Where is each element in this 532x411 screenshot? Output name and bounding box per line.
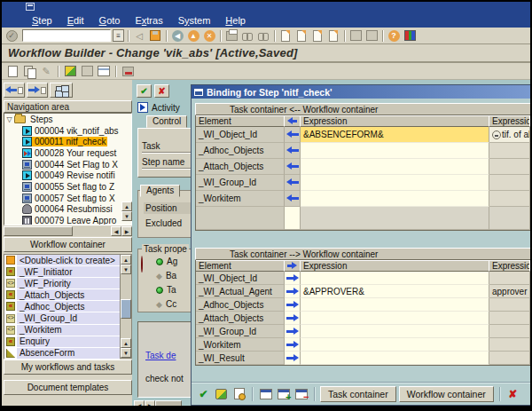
copy-icon[interactable] [22,65,36,78]
binding-row[interactable]: _WI_Group_Id [196,175,530,191]
my-workflows-and-tasks-button[interactable]: My workflows and tasks [4,360,132,375]
print-workflow-icon[interactable] [121,65,135,78]
tree-step-000079[interactable]: 000079 Leave Appro [4,215,131,225]
find-icon[interactable] [240,29,254,43]
binding-row[interactable]: _Workitem [196,191,530,207]
container-element-row[interactable]: <>_WI_Group_Id [4,312,120,324]
find-next-icon[interactable] [256,29,270,43]
task-description-link[interactable]: Task de [145,351,176,360]
editor-horizontal-scrollbar[interactable]: ◀▶ [134,400,182,407]
menu-item-step[interactable]: Step [32,15,52,26]
agents-tab[interactable]: Agents [140,185,180,197]
menu-item-help[interactable]: Help [225,15,246,26]
check-binding-icon[interactable] [214,387,229,401]
container-element-row[interactable]: «_WF_Initiator [4,266,120,278]
previous-page-icon[interactable] [294,29,309,43]
customize-layout-icon[interactable] [403,29,417,43]
step-cancel-icon[interactable]: ✘ [154,84,169,98]
expression-cell[interactable] [301,325,489,338]
step-forward-icon[interactable] [27,83,48,98]
container-list-scrollbar[interactable]: ▲▼ ▲▼ [120,255,131,358]
tree-step-000055[interactable]: 000055 Set flag to Z [4,181,131,193]
tree-step-000064[interactable]: 000064 Resubmissi [4,204,131,216]
scroll-thumb[interactable] [121,299,131,319]
menu-item-extras[interactable]: Extras [135,15,162,26]
create-session-icon[interactable] [348,29,363,43]
expression-cell[interactable]: &ABSENCEFORM& [301,127,489,143]
back-circle-icon[interactable]: ◀ [170,29,184,43]
help-icon[interactable]: ? [387,29,401,43]
new-icon[interactable] [5,65,20,78]
container-element-row[interactable]: «Enquiry [4,336,120,348]
tree-vertical-scrollbar[interactable]: ▲▼ [121,202,132,225]
last-page-icon[interactable] [326,29,340,43]
next-page-icon[interactable] [310,29,325,43]
column-icon[interactable] [80,65,94,78]
tree-step-000004[interactable]: 000004 vik_notif_abs [4,125,131,137]
copy-row-icon[interactable] [258,387,273,401]
container-element-row[interactable]: «_Adhoc_Objects [4,301,120,312]
workflow-overview-icon[interactable] [50,83,73,98]
step-back-icon[interactable] [4,83,25,98]
test-icon[interactable] [63,65,77,78]
menu-item-system[interactable]: System [178,15,211,26]
collapse-caret-icon[interactable]: ▽ [4,115,14,123]
exit-circle-icon[interactable]: ▲ [186,29,200,43]
agents-item-position[interactable]: Position [144,202,191,214]
binding-row[interactable]: _WI_Object_Id [196,272,530,285]
binding-row[interactable]: _Adhoc_Objects [196,143,530,159]
binding-dialog-titlebar[interactable]: Binding for Step 'nitf_check' [192,85,532,99]
workflow-container-header-button[interactable]: Workflow container [4,237,132,252]
expression-cell[interactable] [301,191,489,207]
container-element-row[interactable]: <>_Workitem [4,325,120,336]
tab-control[interactable]: Control [146,115,187,128]
tree-horizontal-scrollbar[interactable]: ◀▶ [4,226,132,236]
container-element-row[interactable]: <>_WF_Priority [4,278,120,289]
binding-row[interactable]: _WI_Actual_Agent&APPROVER&approver [196,285,530,298]
task-container-button[interactable]: Task container [320,386,396,402]
tree-step-000028[interactable]: 000028 Your request [4,147,131,159]
cancel-icon[interactable]: ✘ [505,387,520,401]
display-change-icon[interactable]: ✎ [39,65,53,78]
binding-row[interactable]: _WI_Object_Id&ABSENCEFORM&tif. of abse [196,127,530,143]
container-element-row[interactable]: «_Attach_Objects [4,289,120,301]
expression-cell[interactable] [301,312,489,325]
trace-icon[interactable] [231,387,246,401]
binding-row[interactable]: _WI_Result [196,352,530,365]
binding-row[interactable]: _Attach_Objects [196,159,530,175]
shortcut-icon[interactable] [364,29,379,43]
menu-item-goto[interactable]: Goto [99,15,121,26]
ok-icon[interactable]: ✔ [196,387,211,401]
agents-item-excluded[interactable]: Excluded [145,218,182,228]
expression-cell[interactable] [301,272,489,285]
binding-row[interactable]: _WI_Group_Id [196,325,530,338]
expression-cell[interactable] [301,159,489,175]
expression-cell[interactable] [301,175,489,191]
enter-icon[interactable]: ✓ [4,29,19,43]
tree-node-steps-root[interactable]: ▽Steps [4,114,131,125]
step-confirm-icon[interactable]: ✔ [137,84,152,98]
print-icon[interactable] [224,29,239,43]
cancel-circle-icon[interactable]: ✕ [202,29,216,43]
expression-cell[interactable] [301,298,489,312]
expression-cell[interactable] [301,338,489,352]
command-input[interactable] [22,29,111,42]
binding-row[interactable]: _Attach_Objects [196,312,530,325]
expression-cell[interactable] [301,143,489,159]
delete-row-icon[interactable] [293,387,309,401]
tree-step-000011[interactable]: 000011 nitf_check [4,136,131,147]
insert-row-icon[interactable] [276,387,291,401]
table-view-icon[interactable] [97,65,111,78]
document-templates-button[interactable]: Document templates [4,380,132,395]
workflow-container-button[interactable]: Workflow container [399,386,494,402]
command-history-icon[interactable]: ≡ [113,29,124,42]
container-element-row[interactable]: <Double-click to create> [4,255,120,266]
tree-step-000049[interactable]: 000049 Revise notifi [4,170,131,181]
scroll-thumb[interactable] [4,226,73,236]
expression-cell[interactable] [301,352,489,365]
container-element-row[interactable]: AbsenceForm [4,348,120,360]
menu-item-edit[interactable]: Edit [67,15,84,26]
expression-cell[interactable]: &APPROVER& [301,285,489,298]
save-icon[interactable] [148,29,162,43]
first-page-icon[interactable] [278,29,293,43]
